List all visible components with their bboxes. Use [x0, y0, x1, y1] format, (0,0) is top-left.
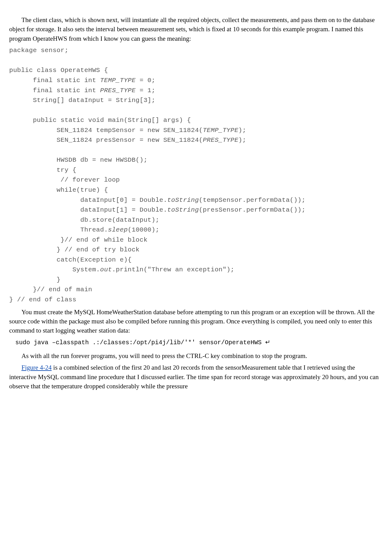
paragraph-intro: The client class, which is shown next, w…	[9, 15, 383, 43]
figure-4-24-link[interactable]: Figure 4-24	[21, 364, 52, 371]
paragraph-ctrlc: As with all the run forever programs, yo…	[9, 351, 383, 360]
command-line: sudo java –classpath .:/classes:/opt/pi4…	[15, 338, 383, 347]
paragraph-figure-ref: Figure 4-24 is a combined selection of t…	[9, 363, 383, 391]
ctrl-c-label: CTRL-C	[186, 352, 209, 360]
code-listing-operatehws: package sensor; public class OperateHWS …	[9, 46, 383, 305]
paragraph-compile-note: You must create the MySQL HomeWeatherSta…	[9, 307, 383, 335]
return-symbol-icon: ↵	[265, 339, 270, 345]
